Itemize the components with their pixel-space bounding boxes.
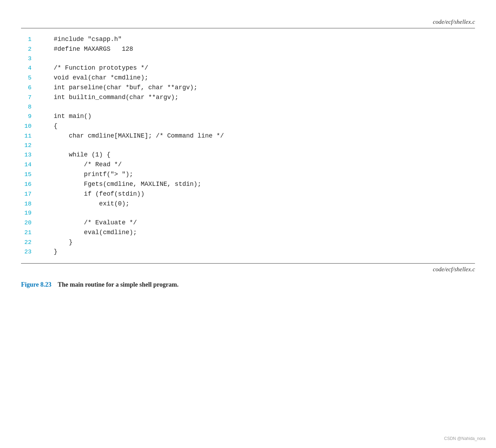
line-content: int main() <box>39 112 91 121</box>
line-number: 20 <box>21 218 39 227</box>
table-row: 15 printf("> "); <box>21 170 475 180</box>
code-container: code/ecf/shellex.c 1 #include "csapp.h"2… <box>21 28 475 264</box>
line-number: 8 <box>21 103 39 112</box>
line-content: Fgets(cmdline, MAXLINE, stdin); <box>39 180 201 189</box>
figure-title-spacer <box>53 281 56 288</box>
line-number: 2 <box>21 45 39 54</box>
filename-top: code/ecf/shellex.c <box>433 19 475 26</box>
figure-caption: Figure 8.23 The main routine for a simpl… <box>21 281 475 288</box>
table-row: 16 Fgets(cmdline, MAXLINE, stdin); <box>21 180 475 189</box>
table-row: 8 <box>21 103 475 112</box>
line-content: } <box>39 238 73 247</box>
line-number: 15 <box>21 170 39 179</box>
line-content: eval(cmdline); <box>39 228 137 238</box>
line-content: if (feof(stdin)) <box>39 189 144 199</box>
table-row: 14 /* Read */ <box>21 160 475 170</box>
line-content: exit(0); <box>39 199 129 209</box>
line-content: /* Evaluate */ <box>39 218 137 228</box>
line-number: 22 <box>21 238 39 247</box>
table-row: 10 { <box>21 121 475 131</box>
line-number: 13 <box>21 150 39 160</box>
table-row: 18 exit(0); <box>21 199 475 209</box>
line-content: int parseline(char *buf, char **argv); <box>39 83 198 93</box>
table-row: 4 /* Function prototypes */ <box>21 63 475 73</box>
table-row: 12 <box>21 141 475 150</box>
line-content: /* Read */ <box>39 160 122 170</box>
line-number: 4 <box>21 64 39 73</box>
table-row: 1 #include "csapp.h" <box>21 35 475 44</box>
line-number: 10 <box>21 122 39 131</box>
line-number: 5 <box>21 74 39 83</box>
line-content: #define MAXARGS 128 <box>39 44 133 54</box>
table-row: 17 if (feof(stdin)) <box>21 189 475 199</box>
line-number: 11 <box>21 132 39 141</box>
line-number: 18 <box>21 200 39 209</box>
line-number: 12 <box>21 141 39 150</box>
table-row: 20 /* Evaluate */ <box>21 218 475 228</box>
table-row: 9 int main() <box>21 112 475 121</box>
table-row: 13 while (1) { <box>21 150 475 160</box>
line-content: #include "csapp.h" <box>39 35 122 44</box>
line-content: int builtin_command(char **argv); <box>39 93 179 103</box>
line-number: 16 <box>21 180 39 189</box>
line-number: 19 <box>21 209 39 218</box>
table-row: 22 } <box>21 238 475 247</box>
table-row: 3 <box>21 54 475 63</box>
line-number: 7 <box>21 93 39 102</box>
line-number: 23 <box>21 247 39 257</box>
line-number: 21 <box>21 228 39 237</box>
table-row: 23 } <box>21 247 475 257</box>
table-row: 6 int parseline(char *buf, char **argv); <box>21 83 475 93</box>
line-number: 9 <box>21 112 39 121</box>
line-content: while (1) { <box>39 150 110 160</box>
line-content: { <box>39 121 57 131</box>
table-row: 7 int builtin_command(char **argv); <box>21 93 475 103</box>
line-number: 17 <box>21 190 39 199</box>
table-row: 11 char cmdline[MAXLINE]; /* Command lin… <box>21 131 475 141</box>
line-content: printf("> "); <box>39 170 133 180</box>
line-number: 14 <box>21 160 39 169</box>
line-number: 6 <box>21 83 39 92</box>
table-row: 19 <box>21 209 475 218</box>
table-row: 5 void eval(char *cmdline); <box>21 73 475 83</box>
watermark: CSDN @Nahida_nora <box>444 436 485 441</box>
figure-title: The main routine for a simple shell prog… <box>58 281 179 288</box>
line-number: 1 <box>21 35 39 44</box>
line-content: void eval(char *cmdline); <box>39 73 148 83</box>
figure-label: Figure 8.23 <box>21 281 51 288</box>
line-content: /* Function prototypes */ <box>39 63 148 73</box>
code-block: 1 #include "csapp.h"2 #define MAXARGS 12… <box>21 32 475 260</box>
table-row: 21 eval(cmdline); <box>21 228 475 238</box>
filename-bottom: code/ecf/shellex.c <box>433 266 475 273</box>
line-content: char cmdline[MAXLINE]; /* Command line *… <box>39 131 224 141</box>
line-number: 3 <box>21 54 39 63</box>
line-content: } <box>39 247 57 257</box>
table-row: 2 #define MAXARGS 128 <box>21 44 475 54</box>
